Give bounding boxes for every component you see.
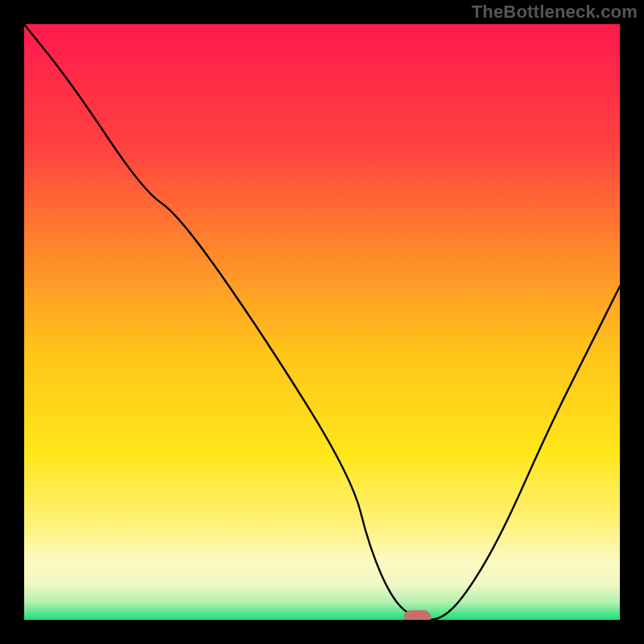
optimal-marker (403, 610, 431, 620)
chart-background (24, 24, 620, 620)
chart-container: TheBottleneck.com (0, 0, 644, 644)
bottleneck-chart (24, 24, 620, 620)
watermark-text: TheBottleneck.com (472, 2, 638, 23)
